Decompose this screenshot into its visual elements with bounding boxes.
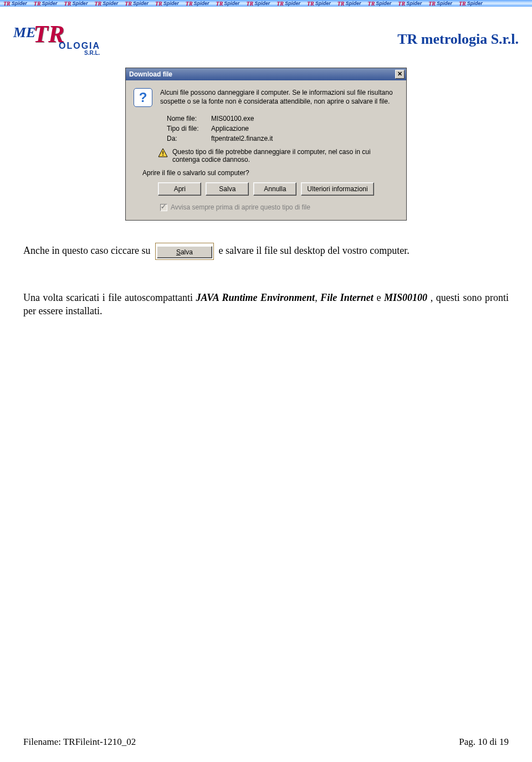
file-name-label: Nome file: xyxy=(167,115,211,122)
spider-item: TR Spider xyxy=(365,0,395,7)
more-info-button[interactable]: Ulteriori informazioni xyxy=(301,182,374,196)
logo-me: ME xyxy=(13,24,35,41)
company-title: TR metrologia S.r.l. xyxy=(397,31,519,48)
spider-item: TR Spider xyxy=(0,0,30,7)
dialog-message-row: ? Alcuni file possono danneggiare il com… xyxy=(134,88,398,107)
always-warn-row: Avvisa sempre prima di aprire questo tip… xyxy=(160,203,398,211)
dialog-message: Alcuni file possono danneggiare il compu… xyxy=(160,88,398,107)
warning-icon: ! xyxy=(158,148,168,158)
footer-page: Pag. 10 di 19 xyxy=(459,737,509,748)
file-info: Nome file: MIS00100.exe Tipo di file: Ap… xyxy=(167,115,398,142)
p2-a: Una volta scaricati i file autoscompatta… xyxy=(23,292,196,303)
spider-item: TR Spider xyxy=(243,0,273,7)
dialog-body: ? Alcuni file possono danneggiare il com… xyxy=(126,80,406,220)
p2-java: JAVA Runtime Environment xyxy=(196,292,315,303)
warning-text: Questo tipo di file potrebbe danneggiare… xyxy=(172,148,398,163)
always-warn-checkbox[interactable] xyxy=(160,204,167,211)
file-from-row: Da: ftpentratel2.finanze.it xyxy=(167,135,398,142)
p1-after: e salvare il file sul desktop del vostro… xyxy=(218,245,409,256)
paragraph-1: Anche in questo caso ciccare su Salva e … xyxy=(23,243,509,260)
file-from-label: Da: xyxy=(167,135,211,142)
save-button[interactable]: Salva xyxy=(206,182,249,196)
spider-item: TR Spider xyxy=(152,0,182,7)
spider-item: TR Spider xyxy=(273,0,304,7)
file-type-label: Tipo di file: xyxy=(167,125,211,132)
file-name-row: Nome file: MIS00100.exe xyxy=(167,115,398,122)
dialog-title: Download file xyxy=(129,70,172,78)
open-button[interactable]: Apri xyxy=(158,182,201,196)
inline-save-button[interactable]: Salva xyxy=(157,246,212,258)
header-band: TR SpiderTR SpiderTR SpiderTR SpiderTR S… xyxy=(0,0,532,7)
page-footer: Filename: TRFileint-1210_02 Pag. 10 di 1… xyxy=(0,737,532,748)
warning-row: ! Questo tipo di file potrebbe danneggia… xyxy=(158,148,398,163)
dialog-prompt: Aprire il file o salvarlo sul computer? xyxy=(142,169,398,177)
file-name-value: MIS00100.exe xyxy=(211,115,254,122)
spider-item: TR Spider xyxy=(395,0,425,7)
file-type-row: Tipo di file: Applicazione xyxy=(167,125,398,132)
logo-srl: S.R.L. xyxy=(84,50,100,56)
download-dialog: Download file ✕ ? Alcuni file possono da… xyxy=(125,68,407,221)
paragraph-2: Una volta scaricati i file autoscompatta… xyxy=(23,291,509,318)
inline-save-wrap: Salva xyxy=(155,243,214,260)
company-logo: ME TR OLOGIA S.R.L. xyxy=(13,22,102,57)
cancel-button[interactable]: Annulla xyxy=(253,182,296,196)
p2-c: , xyxy=(315,292,320,303)
button-row: Apri Salva Annulla Ulteriori informazion… xyxy=(134,182,398,196)
spider-item: TR Spider xyxy=(182,0,213,7)
spider-item: TR Spider xyxy=(334,0,365,7)
p2-fileinternet: File Internet xyxy=(320,292,374,303)
spider-item: TR Spider xyxy=(213,0,243,7)
file-from-value: ftpentratel2.finanze.it xyxy=(211,135,273,142)
question-icon: ? xyxy=(134,88,152,107)
file-type-value: Applicazione xyxy=(211,125,249,132)
always-warn-label: Avvisa sempre prima di aprire questo tip… xyxy=(171,203,310,211)
spider-item: TR Spider xyxy=(425,0,456,7)
spider-item: TR Spider xyxy=(456,0,486,7)
body-text: Anche in questo caso ciccare su Salva e … xyxy=(0,221,532,318)
dialog-titlebar[interactable]: Download file ✕ xyxy=(126,68,406,80)
svg-text:!: ! xyxy=(162,150,164,157)
spider-item: TR Spider xyxy=(30,0,61,7)
p2-mis: MIS00100 xyxy=(384,292,427,303)
p2-e: e xyxy=(374,292,384,303)
footer-filename: Filename: TRFileint-1210_02 xyxy=(23,737,136,748)
close-button[interactable]: ✕ xyxy=(395,70,405,79)
dialog-wrap: Download file ✕ ? Alcuni file possono da… xyxy=(0,68,532,221)
spider-item: TR Spider xyxy=(304,0,334,7)
spider-item: TR Spider xyxy=(61,0,91,7)
p1-before: Anche in questo caso ciccare su xyxy=(23,245,153,256)
logo-row: ME TR OLOGIA S.R.L. TR metrologia S.r.l. xyxy=(0,7,532,62)
spider-item: TR Spider xyxy=(91,0,121,7)
spider-item: TR Spider xyxy=(121,0,152,7)
